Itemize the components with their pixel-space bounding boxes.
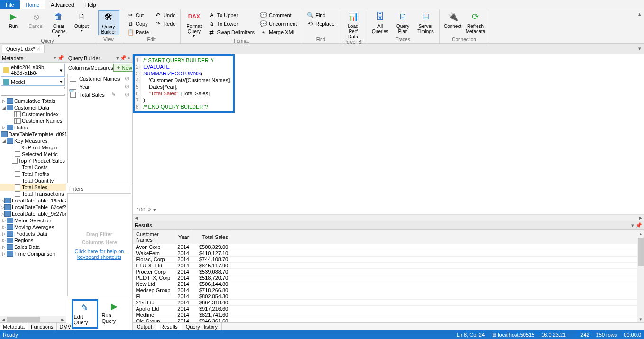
scroll-left-icon[interactable]: ◀ — [0, 316, 7, 323]
load-perf-data-button[interactable]: 📊Load Perf Data — [343, 10, 364, 39]
tree-item[interactable]: Selected Metric — [0, 151, 66, 157]
copy-button[interactable]: ⧉Copy — [125, 20, 151, 27]
document-tab[interactable]: Query1.dax* × — [2, 45, 45, 53]
table-row[interactable]: ETUDE Ltd2014$845,117.90 — [133, 262, 644, 268]
editor-zoom[interactable]: 100 %▾ — [133, 206, 644, 214]
refresh-metadata-button[interactable]: ⟳Refresh Metadata — [465, 10, 486, 34]
table-row[interactable]: New Ltd2014$506,144.80 — [133, 281, 644, 287]
tree-expander[interactable]: ◢ — [1, 105, 7, 110]
editor-code[interactable]: /* START QUERY BUILDER */EVALUATESUMMARI… — [141, 56, 233, 111]
chevron-down-icon[interactable]: ▾ — [116, 55, 119, 61]
tree-expander[interactable]: ▷ — [1, 238, 7, 243]
menu-file[interactable]: File — [0, 0, 20, 9]
close-icon[interactable]: × — [128, 55, 130, 61]
tree-item[interactable]: ▷Time Comparison — [0, 250, 66, 257]
scroll-up-icon[interactable]: ▲ — [637, 231, 644, 238]
tree-expander[interactable]: ▷ — [1, 245, 7, 249]
editor-horizontal-scrollbar[interactable]: ◀ ▶ — [133, 214, 644, 221]
tree-item[interactable]: ▷LocalDateTable_19cdc2e1- — [0, 197, 66, 204]
scrollbar-thumb[interactable] — [638, 238, 644, 266]
table-row[interactable]: Apollo Ltd2014$917,216.60 — [133, 305, 644, 312]
database-select[interactable]: ebffc284-a09b-4b2d-a1b8-▾ — [1, 64, 65, 77]
scrollbar-thumb[interactable] — [7, 317, 40, 322]
tree-expander[interactable]: ▷ — [1, 99, 7, 103]
metadata-search[interactable]: 🔍 — [1, 87, 65, 96]
uncomment-button[interactable]: 💬Uncomment — [258, 20, 299, 27]
scroll-down-icon[interactable]: ▼ — [637, 316, 644, 322]
pin-icon[interactable]: 📌 — [57, 55, 64, 61]
edit-query-button[interactable]: ✎Edit Query — [72, 299, 98, 329]
tree-item[interactable]: ▷Cumulative Totals — [0, 98, 66, 104]
tab-results[interactable]: Results — [156, 323, 182, 330]
tab-metadata[interactable]: Metadata — [0, 323, 28, 330]
tree-expander[interactable]: ▷ — [1, 125, 7, 130]
tree-item[interactable]: Total Sales — [0, 184, 66, 191]
columns-measures-list[interactable]: Customer Names⊘Year⊘Total Sales✎⊘ — [67, 74, 131, 183]
tree-expander[interactable]: ▷ — [1, 251, 7, 256]
table-row[interactable]: Avon Corp2014$508,329.00 — [133, 244, 644, 250]
tree-item[interactable]: ▷Metric Selection — [0, 217, 66, 224]
remove-icon[interactable]: ⊘ — [125, 83, 129, 90]
menu-help[interactable]: Help — [80, 0, 102, 9]
tree-item[interactable]: ▷LocalDateTable_9c27bc4b- — [0, 211, 66, 217]
tree-item[interactable]: % Profit Margin — [0, 144, 66, 151]
close-icon[interactable]: × — [37, 46, 40, 52]
table-row[interactable]: Procter Corp2014$539,088.70 — [133, 268, 644, 275]
tab-query-history[interactable]: Query History — [182, 323, 222, 330]
query-builder-item[interactable]: Customer Names⊘ — [68, 74, 131, 82]
server-timings-button[interactable]: 🖥Server Timings — [415, 10, 436, 34]
chevron-down-icon[interactable]: ▾ — [631, 222, 634, 228]
filters-dropzone[interactable]: Drag FilterColumns Here Click here for h… — [67, 193, 131, 296]
edit-icon[interactable]: ✎ — [111, 92, 116, 98]
paste-button[interactable]: 📋Paste — [125, 28, 151, 36]
table-row[interactable]: Medsep Group2014$718,266.80 — [133, 287, 644, 293]
tree-expander[interactable]: ▷ — [1, 231, 7, 236]
tab-options[interactable]: ▾ — [638, 46, 641, 52]
tab-functions[interactable]: Functions — [28, 323, 57, 330]
tree-item[interactable]: ◢Customer Data — [0, 104, 66, 111]
pin-icon[interactable]: 📌 — [635, 222, 642, 228]
tree-item[interactable]: Total Transactions — [0, 191, 66, 197]
tree-item[interactable]: Total Profits — [0, 171, 66, 177]
tree-item[interactable]: ◢Key Measures — [0, 137, 66, 144]
table-row[interactable]: Ei2014$802,854.30 — [133, 293, 644, 299]
tree-expander[interactable]: ▷ — [1, 205, 4, 210]
tree-expander[interactable]: ▷ — [1, 211, 4, 216]
tree-item[interactable]: ▷Regions — [0, 237, 66, 244]
tree-item[interactable]: ▷Products Data — [0, 230, 66, 237]
undo-button[interactable]: ↶Undo — [153, 11, 177, 19]
tree-item[interactable]: ▷Moving Averages — [0, 224, 66, 230]
table-row[interactable]: 21st Ltd2014$664,318.40 — [133, 299, 644, 305]
scroll-right-icon[interactable]: ▶ — [637, 215, 644, 221]
search-input[interactable] — [3, 89, 69, 94]
cut-button[interactable]: ✂Cut — [125, 11, 151, 19]
tree-expander[interactable]: ▷ — [1, 198, 4, 203]
metadata-tree[interactable]: ▷Cumulative Totals◢Customer DataCustomer… — [0, 97, 66, 316]
menu-home[interactable]: Home — [20, 0, 45, 9]
all-queries-button[interactable]: 🗄All Queries — [370, 10, 391, 34]
swap-delimiters-button[interactable]: ⇄Swap Delimiters — [206, 28, 256, 36]
comment-button[interactable]: 💬Comment — [258, 11, 299, 19]
merge-xml-button[interactable]: ⟐Merge XML — [258, 28, 299, 36]
table-row[interactable]: Medline2014$821,741.60 — [133, 312, 644, 318]
query-builder-item[interactable]: Total Sales✎⊘ — [68, 91, 131, 99]
pin-icon[interactable]: ▾ — [54, 55, 56, 61]
redo-button[interactable]: ↷Redo — [153, 20, 177, 27]
to-upper-button[interactable]: ATo Upper — [206, 11, 256, 19]
find-button[interactable]: 🔍Find — [305, 11, 336, 19]
query-builder-button[interactable]: 🛠Query Builder — [98, 10, 119, 35]
tree-expander[interactable]: ◢ — [1, 138, 7, 143]
cancel-button[interactable]: ⦸Cancel — [26, 10, 46, 29]
horizontal-scrollbar[interactable]: ◀ ▶ — [0, 316, 66, 322]
table-row[interactable]: Ole Group2014$946,361.60 — [133, 318, 644, 322]
new-button[interactable]: ＋New — [113, 64, 135, 72]
tree-item[interactable]: ▷Dates — [0, 124, 66, 131]
run-query-button[interactable]: ▶Run Query — [101, 299, 128, 329]
menu-advanced[interactable]: Advanced — [45, 0, 80, 9]
format-query-button[interactable]: DAXFormat Query▾ — [184, 10, 204, 38]
tree-item[interactable]: Customer Names — [0, 118, 66, 124]
query-builder-item[interactable]: Year⊘ — [68, 82, 131, 91]
clear-cache-button[interactable]: 🗑Clear Cache▾ — [48, 10, 69, 38]
query-plan-button[interactable]: 🗎Query Plan — [393, 10, 414, 34]
tree-item[interactable]: DateTableTemplate_d095fb — [0, 131, 66, 137]
